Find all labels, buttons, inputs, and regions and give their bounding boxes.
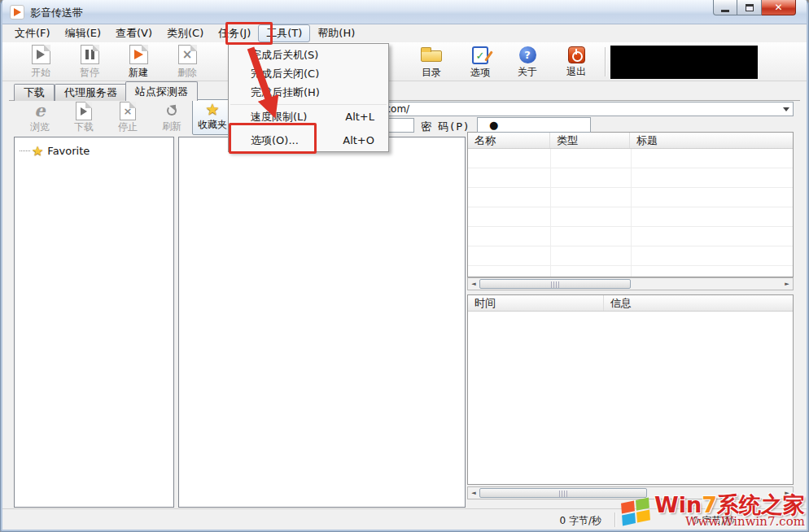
annotation-box-tools xyxy=(225,22,273,45)
window-title: 影音传送带 xyxy=(30,6,83,20)
tab-download[interactable]: 下载 xyxy=(14,84,55,101)
menu-category[interactable]: 类别(C) xyxy=(160,25,211,41)
statusbar-separator xyxy=(614,512,615,527)
favorite-star-icon: ★ xyxy=(32,143,43,159)
results-table-header: 名称 类型 标题 xyxy=(468,133,793,149)
tab-proxy-server[interactable]: 代理服务器 xyxy=(55,84,127,101)
menubar: 文件(F) 编辑(E) 查看(V) 类别(C) 任务(J) 工具(T) 帮助(H… xyxy=(2,24,807,42)
minimize-icon xyxy=(721,10,729,12)
download-icon xyxy=(76,102,92,120)
about-button[interactable]: ? 关于 xyxy=(505,44,549,80)
app-icon xyxy=(10,5,24,20)
column-name[interactable]: 名称 xyxy=(468,133,550,148)
favorites-button[interactable]: ★ 收藏夹 xyxy=(192,99,233,135)
window-controls: ✕ xyxy=(713,0,796,15)
delete-icon: × xyxy=(178,45,197,64)
watermark: Win7系统之家 Www.Winwin7.com xyxy=(622,494,805,529)
column-type[interactable]: 类型 xyxy=(550,133,630,148)
download-button[interactable]: 下载 xyxy=(64,101,103,135)
site-content-panel xyxy=(178,137,466,508)
titlebar: 影音传送带 ✕ xyxy=(2,0,807,24)
tree-connector xyxy=(20,150,30,151)
about-icon: ? xyxy=(519,46,536,63)
redacted-area xyxy=(610,46,758,79)
speed-pane-1: 0 字节/秒 xyxy=(560,514,602,528)
options-icon: ✓ xyxy=(472,46,488,64)
browse-icon: e xyxy=(34,101,45,120)
new-button[interactable]: 新建 xyxy=(116,44,160,80)
main-toolbar: 开始 暂停 新建 × 删除 目录 ✓ 选项 ? xyxy=(2,42,807,81)
minimize-button[interactable] xyxy=(713,0,737,15)
log-table-header: 时间 信息 xyxy=(468,295,793,312)
favorites-icon: ★ xyxy=(205,100,219,118)
exit-button[interactable]: 退出 xyxy=(554,44,598,80)
client-area: 影音传送带 ✕ 文件(F) 编辑(E) 查看(V) 类别(C) 任务(J) 工具… xyxy=(2,0,807,530)
tree-item-label: Favorite xyxy=(47,145,90,157)
annotation-arrow xyxy=(241,45,298,128)
menu-help[interactable]: 帮助(H) xyxy=(310,25,362,41)
dropdown-icon[interactable] xyxy=(783,107,789,111)
stop-button[interactable]: × 停止 xyxy=(108,101,147,135)
directory-icon xyxy=(421,50,442,62)
refresh-button[interactable]: 刷新 xyxy=(152,101,191,135)
menu-view[interactable]: 查看(V) xyxy=(108,25,160,41)
scroll-thumb[interactable] xyxy=(479,279,631,289)
exit-icon xyxy=(568,46,585,63)
column-title[interactable]: 标题 xyxy=(630,133,793,148)
maximize-button[interactable] xyxy=(737,0,762,15)
results-hscrollbar[interactable]: ◄ ► xyxy=(467,277,794,290)
scroll-left-icon[interactable]: ◄ xyxy=(468,278,479,290)
toolbar-separator xyxy=(605,47,606,76)
delete-button[interactable]: × 删除 xyxy=(165,44,209,80)
start-button[interactable]: 开始 xyxy=(19,44,63,80)
windows-flag-icon xyxy=(621,498,650,526)
app-window: 影音传送带 ✕ 文件(F) 编辑(E) 查看(V) 类别(C) 任务(J) 工具… xyxy=(0,0,809,532)
refresh-icon xyxy=(167,106,177,116)
menu-edit[interactable]: 编辑(E) xyxy=(58,25,108,41)
directory-button[interactable]: 目录 xyxy=(409,44,453,80)
log-table: 时间 信息 xyxy=(467,294,794,485)
tree-item-favorite[interactable]: ★ Favorite xyxy=(15,137,173,159)
menu-file[interactable]: 文件(F) xyxy=(7,25,58,41)
column-time[interactable]: 时间 xyxy=(468,295,604,311)
pause-icon xyxy=(81,45,99,64)
scroll-right-icon[interactable]: ► xyxy=(781,278,793,290)
close-button[interactable]: ✕ xyxy=(762,0,796,15)
password-field[interactable]: ● xyxy=(477,117,591,133)
password-label: 密 码(P) xyxy=(421,120,470,134)
tab-site-explorer[interactable]: 站点探测器 xyxy=(125,81,198,101)
stop-icon: × xyxy=(120,102,136,120)
column-info[interactable]: 信息 xyxy=(604,295,793,311)
maximize-icon xyxy=(746,4,754,11)
start-icon xyxy=(32,45,50,64)
scroll-left-icon[interactable]: ◄ xyxy=(468,487,479,499)
results-table: 名称 类型 标题 xyxy=(467,132,794,277)
browse-button[interactable]: e 浏览 xyxy=(20,101,59,135)
options-button[interactable]: ✓ 选项 xyxy=(458,44,502,80)
new-icon xyxy=(129,45,148,64)
favorites-tree-panel: ★ Favorite xyxy=(14,137,174,508)
pause-button[interactable]: 暂停 xyxy=(68,44,112,80)
watermark-brand: Win7系统之家 xyxy=(654,494,805,517)
close-icon: ✕ xyxy=(774,2,782,12)
